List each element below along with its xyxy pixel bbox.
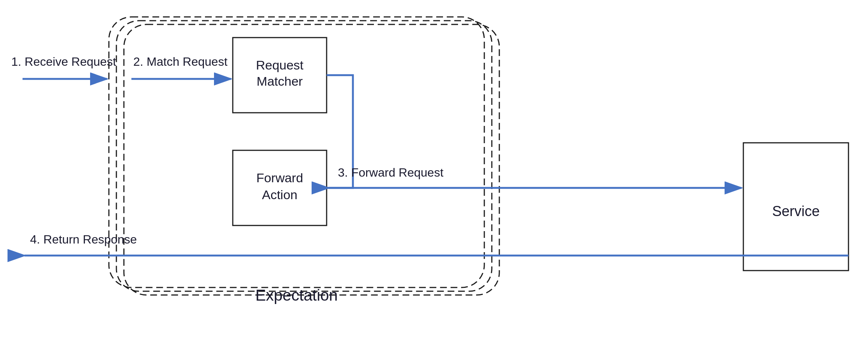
forward-action-label-1: Forward (256, 171, 303, 185)
receive-request-label: 1. Receive Request (11, 55, 116, 68)
forward-request-label: 3. Forward Request (338, 166, 443, 179)
request-matcher-label-2: Matcher (257, 74, 303, 88)
service-label: Service (772, 203, 820, 219)
match-request-label: 2. Match Request (133, 55, 228, 68)
expectation-label: Expectation (255, 286, 338, 304)
diagram-container: Expectation Request Matcher Forward Acti… (0, 0, 868, 357)
request-matcher-label-1: Request (256, 58, 304, 72)
return-response-label: 4. Return Response (30, 233, 137, 246)
forward-action-label-2: Action (262, 188, 298, 202)
